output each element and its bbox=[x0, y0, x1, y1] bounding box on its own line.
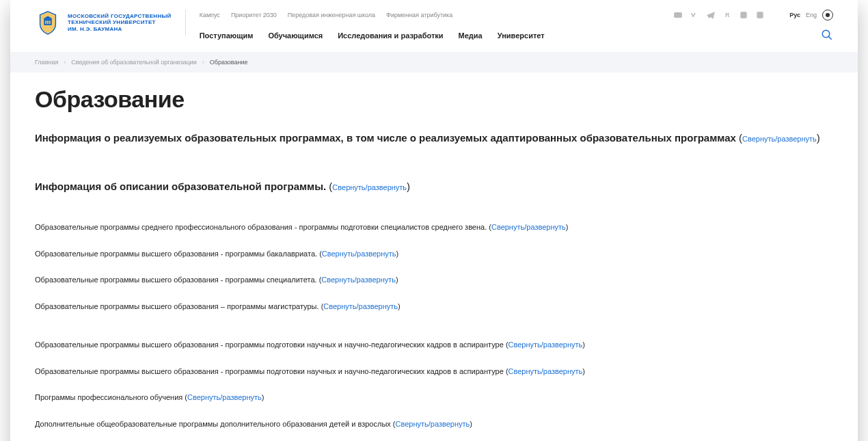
breadcrumb: Главная › Сведения об образовательной ор… bbox=[10, 52, 858, 72]
row-bachelor: Образовательные программы высшего образо… bbox=[35, 248, 833, 260]
row-prof-training: Программы профессионального обучения (Св… bbox=[35, 392, 833, 403]
top-link-campus[interactable]: Кампус bbox=[200, 12, 220, 18]
row-text: Образовательные программы среднего профе… bbox=[35, 223, 487, 231]
chevron-right-icon: › bbox=[202, 59, 204, 66]
svg-rect-5 bbox=[741, 12, 747, 18]
row-aspirant-1: Образовательные программы высшего образо… bbox=[35, 339, 833, 351]
row-text: Образовательные программы высшего образо… bbox=[35, 340, 504, 349]
telegram-icon[interactable] bbox=[706, 10, 716, 20]
ok-icon[interactable] bbox=[739, 10, 748, 20]
row-text: Программы профессионального обучения bbox=[35, 393, 182, 401]
content: Образование Информация о реализуемых обр… bbox=[10, 72, 858, 441]
toggle-link[interactable]: Свернуть/развернуть bbox=[396, 420, 470, 428]
svg-point-7 bbox=[822, 30, 830, 38]
header: МОСКОВСКИЙ ГОСУДАРСТВЕННЫЙ ТЕХНИЧЕСКИЙ У… bbox=[10, 0, 858, 52]
svg-rect-2 bbox=[47, 21, 49, 24]
svg-rect-4 bbox=[674, 12, 682, 18]
vk-icon[interactable] bbox=[690, 10, 699, 20]
row-text: Образовательные программы высшего образо… bbox=[35, 302, 319, 310]
toggle-link[interactable]: Свернуть/развернуть bbox=[742, 135, 817, 143]
page-title: Образование bbox=[35, 86, 833, 113]
main-nav: Поступающим Обучающимся Исследования и р… bbox=[200, 21, 833, 52]
lang-en[interactable]: Eng bbox=[806, 12, 817, 18]
search-icon[interactable] bbox=[821, 29, 833, 42]
top-row: Кампус Приоритет 2030 Передовая инженерн… bbox=[200, 10, 833, 21]
toggle-link[interactable]: Свернуть/развернуть bbox=[187, 393, 262, 401]
section-description-info: Информация об описании образовательной п… bbox=[35, 179, 833, 195]
toggle-link[interactable]: Свернуть/развернуть bbox=[508, 367, 583, 375]
nav-students[interactable]: Обучающимся bbox=[268, 31, 323, 40]
breadcrumb-home[interactable]: Главная bbox=[35, 59, 58, 66]
rutube-icon[interactable]: R bbox=[722, 10, 732, 20]
social-icons: R bbox=[673, 10, 765, 20]
toggle-link[interactable]: Свернуть/развернуть bbox=[491, 223, 566, 231]
row-text: Дополнительные общеобразовательные прогр… bbox=[35, 420, 391, 428]
row-text: Образовательные программы высшего образо… bbox=[35, 367, 504, 375]
youtube-icon[interactable] bbox=[673, 10, 683, 20]
logo-block[interactable]: МОСКОВСКИЙ ГОСУДАРСТВЕННЫЙ ТЕХНИЧЕСКИЙ У… bbox=[35, 10, 186, 36]
logo-text: МОСКОВСКИЙ ГОСУДАРСТВЕННЫЙ ТЕХНИЧЕСКИЙ У… bbox=[68, 13, 172, 33]
top-link-priority[interactable]: Приоритет 2030 bbox=[231, 12, 277, 18]
top-links: Кампус Приоритет 2030 Передовая инженерн… bbox=[200, 12, 453, 18]
top-link-school[interactable]: Передовая инженерная школа bbox=[288, 12, 375, 18]
svg-rect-1 bbox=[45, 21, 46, 24]
top-link-brand[interactable]: Фирменная атрибутика bbox=[386, 12, 452, 18]
toggle-link[interactable]: Свернуть/развернуть bbox=[321, 276, 396, 284]
nav-university[interactable]: Университет bbox=[498, 31, 545, 40]
row-aspirant-2: Образовательные программы высшего образо… bbox=[35, 366, 833, 377]
svg-rect-3 bbox=[49, 21, 51, 24]
row-text: Образовательные программы высшего образо… bbox=[35, 276, 317, 284]
toggle-link[interactable]: Свернуть/развернуть bbox=[332, 183, 407, 191]
section-description-info-text: Информация об описании образовательной п… bbox=[35, 181, 326, 192]
header-right: Кампус Приоритет 2030 Передовая инженерн… bbox=[200, 10, 833, 52]
nav-applicants[interactable]: Поступающим bbox=[200, 31, 254, 40]
lang-ru[interactable]: Рус bbox=[789, 12, 800, 18]
accessibility-icon[interactable] bbox=[822, 10, 833, 21]
toggle-link[interactable]: Свернуть/развернуть bbox=[323, 302, 398, 310]
svg-rect-6 bbox=[757, 12, 763, 18]
svg-line-8 bbox=[828, 36, 832, 40]
chevron-right-icon: › bbox=[64, 59, 66, 66]
dzen-icon[interactable] bbox=[755, 10, 765, 20]
nav-media[interactable]: Медиа bbox=[459, 31, 483, 40]
breadcrumb-sveden[interactable]: Сведения об образовательной организации bbox=[71, 59, 196, 66]
university-crest-icon bbox=[35, 10, 61, 36]
section-programs-info-text: Информация о реализуемых образовательных… bbox=[35, 132, 736, 144]
breadcrumb-current: Образование bbox=[210, 59, 248, 66]
toggle-link[interactable]: Свернуть/развернуть bbox=[322, 250, 396, 258]
row-specialist: Образовательные программы высшего образо… bbox=[35, 274, 833, 286]
nav-research[interactable]: Исследования и разработки bbox=[338, 31, 443, 40]
row-spo: Образовательные программы среднего профе… bbox=[35, 222, 833, 233]
section-programs-info: Информация о реализуемых образовательных… bbox=[35, 131, 833, 146]
toggle-link[interactable]: Свернуть/развернуть bbox=[508, 340, 583, 349]
page: МОСКОВСКИЙ ГОСУДАРСТВЕННЫЙ ТЕХНИЧЕСКИЙ У… bbox=[10, 0, 858, 441]
row-master: Образовательные программы высшего образо… bbox=[35, 301, 833, 312]
language-switch: Рус Eng bbox=[789, 10, 833, 21]
row-additional: Дополнительные общеобразовательные прогр… bbox=[35, 418, 833, 430]
row-text: Образовательные программы высшего образо… bbox=[35, 250, 317, 258]
